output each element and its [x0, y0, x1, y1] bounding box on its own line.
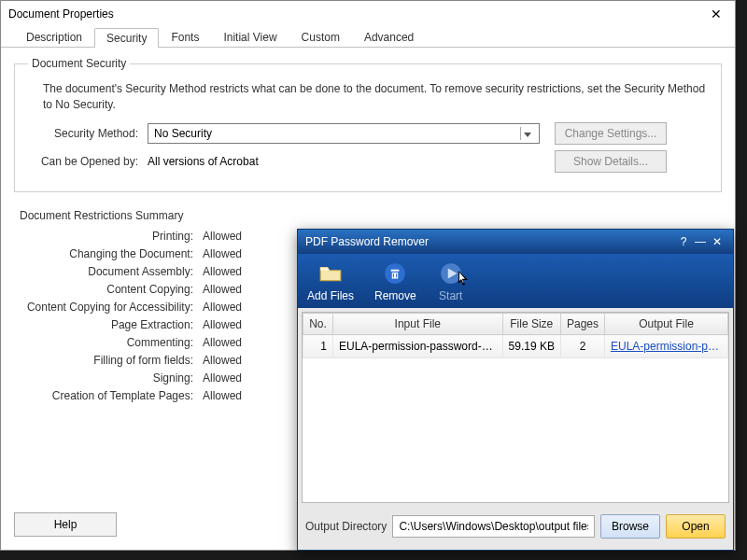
opened-by-label: Can be Opened by:: [35, 155, 148, 168]
close-icon[interactable]: ✕: [709, 235, 726, 248]
restriction-value: Allowed: [203, 283, 242, 296]
remove-button[interactable]: Remove: [374, 260, 416, 302]
restriction-key: Document Assembly:: [20, 265, 203, 278]
file-list: No. Input File File Size Pages Output Fi…: [302, 312, 729, 503]
col-no[interactable]: No.: [303, 314, 333, 335]
start-button[interactable]: Start: [437, 260, 465, 302]
restriction-value: Allowed: [203, 265, 242, 278]
cell-pages: 2: [560, 335, 604, 358]
trash-icon: [381, 260, 409, 287]
tab-custom[interactable]: Custom: [289, 27, 352, 47]
minimize-icon[interactable]: —: [692, 235, 709, 248]
pdf-password-remover-window: PDF Password Remover ? — ✕ Add Files Rem…: [297, 229, 734, 551]
remover-titlebar: PDF Password Remover ? — ✕: [298, 230, 733, 254]
cell-input-file: EULA-permission-password-prot...: [333, 335, 503, 358]
output-directory-label: Output Directory: [305, 520, 387, 533]
restriction-key: Content Copying:: [20, 283, 203, 296]
cell-file-size: 59.19 KB: [502, 335, 560, 358]
security-description: The document's Security Method restricts…: [43, 81, 708, 113]
restriction-value: Allowed: [203, 354, 242, 367]
restriction-value: Allowed: [203, 230, 242, 243]
restriction-key: Creation of Template Pages:: [20, 389, 203, 402]
tab-fonts[interactable]: Fonts: [159, 27, 211, 47]
restriction-key: Page Extraction:: [20, 318, 203, 331]
security-method-value: No Security: [154, 127, 212, 140]
restrictions-heading: Document Restrictions Summary: [20, 209, 716, 222]
col-size[interactable]: File Size: [502, 314, 560, 335]
show-details-button[interactable]: Show Details...: [555, 150, 667, 173]
col-input[interactable]: Input File: [333, 314, 503, 335]
remover-toolbar: Add Files Remove Start: [298, 254, 733, 308]
remover-title: PDF Password Remover: [305, 235, 675, 248]
remove-label: Remove: [374, 289, 416, 302]
help-icon[interactable]: ?: [675, 235, 692, 248]
change-settings-button[interactable]: Change Settings...: [555, 122, 667, 145]
restriction-value: Allowed: [203, 247, 242, 260]
restriction-key: Commenting:: [20, 336, 203, 349]
tabs: Description Security Fonts Initial View …: [1, 27, 735, 48]
col-output[interactable]: Output File: [605, 314, 728, 335]
restriction-key: Filling of form fields:: [20, 354, 203, 367]
output-directory-row: Output Directory Browse Open: [298, 503, 733, 550]
chevron-down-icon: [520, 127, 533, 140]
group-title: Document Security: [28, 57, 130, 70]
table-row[interactable]: 1 EULA-permission-password-prot... 59.19…: [303, 335, 728, 358]
open-button[interactable]: Open: [666, 514, 726, 539]
restriction-key: Content Copying for Accessibility:: [20, 301, 203, 314]
security-method-row: Security Method: No Security Change Sett…: [35, 122, 708, 145]
restriction-key: Printing:: [20, 230, 203, 243]
doc-title: Document Properties: [8, 7, 705, 21]
doc-titlebar: Document Properties ✕: [1, 1, 735, 27]
restriction-value: Allowed: [203, 301, 242, 314]
col-pages[interactable]: Pages: [560, 314, 604, 335]
add-files-label: Add Files: [307, 289, 354, 302]
tab-initial-view[interactable]: Initial View: [211, 27, 289, 47]
security-method-label: Security Method:: [35, 127, 148, 140]
restriction-value: Allowed: [203, 318, 242, 331]
cell-output-file[interactable]: EULA-permission-pass...: [605, 335, 728, 358]
footer: Help: [14, 512, 117, 537]
restriction-value: Allowed: [203, 336, 242, 349]
tab-description[interactable]: Description: [14, 27, 94, 47]
opened-by-row: Can be Opened by: All versions of Acroba…: [35, 150, 708, 173]
document-security-group: Document Security The document's Securit…: [14, 57, 722, 192]
tab-advanced[interactable]: Advanced: [352, 27, 426, 47]
add-files-button[interactable]: Add Files: [307, 260, 354, 302]
cell-no: 1: [303, 335, 333, 358]
restriction-key: Changing the Document:: [20, 247, 203, 260]
help-button[interactable]: Help: [14, 512, 117, 537]
start-label: Start: [439, 289, 462, 302]
restriction-key: Signing:: [20, 371, 203, 385]
play-icon: [437, 260, 465, 287]
security-method-select[interactable]: No Security: [148, 123, 540, 144]
restriction-value: Allowed: [203, 371, 242, 385]
tab-security[interactable]: Security: [94, 28, 159, 48]
close-icon[interactable]: ✕: [705, 7, 727, 21]
folder-icon: [317, 260, 345, 287]
browse-button[interactable]: Browse: [600, 514, 660, 539]
opened-by-value: All versions of Acrobat: [148, 155, 540, 168]
file-table: No. Input File File Size Pages Output Fi…: [303, 313, 728, 358]
restriction-value: Allowed: [203, 389, 242, 402]
output-directory-input[interactable]: [392, 515, 595, 538]
